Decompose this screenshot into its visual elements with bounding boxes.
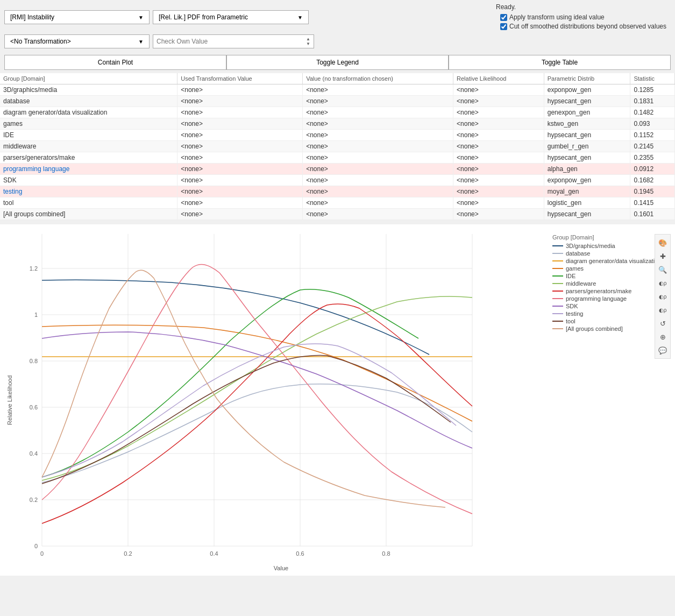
table-cell[interactable]: games	[0, 118, 177, 130]
table-header-5: Statistic	[630, 73, 675, 84]
right-toolbar: 🎨 ✚ 🔍 ◐ρ ◐ρ ◐ρ ↺ ⊕ 💬	[655, 234, 671, 359]
legend-color-swatch	[552, 275, 563, 277]
legend-item: SDK	[552, 303, 671, 309]
apply-transform-label: Apply transform using ideal value	[509, 13, 605, 21]
chart-area: Relative Likelihood	[0, 224, 675, 576]
apply-transform-checkbox[interactable]	[500, 14, 507, 21]
table-cell: 0.1415	[630, 197, 675, 209]
color-tool-button[interactable]: 🎨	[657, 237, 669, 249]
table-header-1: Used Transformation Value	[177, 73, 303, 84]
tool-rho1-button[interactable]: ◐ρ	[657, 277, 669, 289]
legend-color-swatch	[552, 328, 563, 329]
table-cell: gumbel_r_gen	[544, 141, 630, 152]
table-cell: <none>	[177, 164, 303, 175]
table-cell[interactable]: parsers/generators/make	[0, 152, 177, 164]
table-row: programming language<none><none><none>al…	[0, 164, 675, 175]
cut-off-checkbox[interactable]	[500, 23, 507, 30]
table-cell: 0.1482	[630, 107, 675, 118]
pdf-arrow: ▼	[297, 15, 303, 20]
legend-color-swatch	[552, 306, 563, 307]
table-cell: <none>	[303, 152, 453, 164]
add-tool-button[interactable]: ✚	[657, 250, 669, 262]
table-cell[interactable]: diagram generator/data visualization	[0, 107, 177, 118]
svg-text:0.8: 0.8	[30, 358, 38, 364]
table-row: database<none><none><none>hypsecant_gen0…	[0, 96, 675, 107]
table-cell: <none>	[303, 107, 453, 118]
legend-item-label: testing	[566, 310, 583, 317]
legend-item: testing	[552, 310, 671, 317]
legend-color-swatch	[552, 253, 563, 254]
tool-rho3-button[interactable]: ◐ρ	[657, 304, 669, 316]
table-cell[interactable]: SDK	[0, 175, 177, 186]
table-cell: <none>	[177, 141, 303, 152]
table-cell[interactable]: programming language	[0, 164, 177, 175]
table-header-2: Value (no transformation chosen)	[303, 73, 453, 84]
action-buttons-bar: Contain Plot Toggle Legend Toggle Table	[0, 52, 675, 73]
table-row: games<none><none><none>kstwo_gen0.093	[0, 118, 675, 130]
svg-text:0.6: 0.6	[296, 550, 304, 557]
zoom-tool-button[interactable]: 🔍	[657, 264, 669, 275]
table-cell: <none>	[453, 130, 544, 141]
legend-item-label: SDK	[566, 303, 578, 309]
table-cell[interactable]: tool	[0, 197, 177, 209]
tool-rho2-button[interactable]: ◐ρ	[657, 291, 669, 302]
table-cell: <none>	[303, 186, 453, 197]
x-axis-label: Value	[15, 565, 547, 571]
contain-plot-button[interactable]: Contain Plot	[4, 55, 226, 70]
group-link[interactable]: testing	[3, 188, 22, 195]
table-cell[interactable]: 3D/graphics/media	[0, 84, 177, 96]
pdf-label: [Rel. Lik.] PDF from Parametric	[159, 13, 248, 21]
legend-item: 3D/graphics/media	[552, 243, 671, 249]
instability-dropdown[interactable]: [RMI] Instability ▼	[4, 10, 150, 24]
svg-text:0.2: 0.2	[30, 497, 38, 503]
table-cell: <none>	[453, 96, 544, 107]
comment-tool-button[interactable]: 💬	[657, 344, 669, 356]
table-cell: <none>	[453, 186, 544, 197]
table-cell: 0.1831	[630, 96, 675, 107]
legend-item: diagram generator/data visualization	[552, 258, 671, 264]
table-cell: hypsecant_gen	[544, 209, 630, 220]
table-cell: hypsecant_gen	[544, 130, 630, 141]
no-transform-label: <No Transformation>	[10, 38, 71, 45]
table-cell[interactable]: testing	[0, 186, 177, 197]
legend-item-label: 3D/graphics/media	[566, 243, 615, 249]
table-cell: <none>	[303, 175, 453, 186]
legend-area: Group [Domain] 3D/graphics/mediadatabase…	[547, 229, 671, 571]
legend-item: parsers/generators/make	[552, 288, 671, 294]
table-cell: exponpow_gen	[544, 84, 630, 96]
refresh-tool-button[interactable]: ↺	[657, 317, 669, 329]
table-cell[interactable]: database	[0, 96, 177, 107]
table-cell: logistic_gen	[544, 197, 630, 209]
toggle-table-button[interactable]: Toggle Table	[449, 55, 671, 70]
toggle-legend-button[interactable]: Toggle Legend	[226, 55, 449, 70]
group-link[interactable]: programming language	[3, 165, 69, 173]
table-cell: <none>	[453, 152, 544, 164]
table-row: SDK<none><none><none>exponpow_gen0.1682	[0, 175, 675, 186]
table-row: parsers/generators/make<none><none><none…	[0, 152, 675, 164]
legend-item-label: database	[566, 250, 590, 257]
table-header-3: Relative Likelihood	[453, 73, 544, 84]
pdf-dropdown[interactable]: [Rel. Lik.] PDF from Parametric ▼	[153, 10, 309, 24]
table-cell: <none>	[177, 96, 303, 107]
table-row: [All groups combined]<none><none><none>h…	[0, 209, 675, 220]
legend-color-swatch	[552, 298, 563, 299]
table-cell: 0.093	[630, 118, 675, 130]
table-cell: <none>	[177, 152, 303, 164]
no-transform-dropdown[interactable]: <No Transformation> ▼	[4, 34, 150, 48]
instability-arrow: ▼	[138, 15, 144, 20]
legend-item-label: tool	[566, 318, 575, 324]
legend-item: [All groups combined]	[552, 325, 671, 332]
table-cell: <none>	[177, 84, 303, 96]
spinner[interactable]: ▲ ▼	[306, 37, 310, 46]
table-cell[interactable]: [All groups combined]	[0, 209, 177, 220]
legend-color-swatch	[552, 321, 563, 322]
circle-tool-button[interactable]: ⊕	[657, 331, 669, 343]
table-cell: <none>	[303, 84, 453, 96]
legend-item: database	[552, 250, 671, 257]
table-cell: <none>	[453, 107, 544, 118]
table-cell[interactable]: middleware	[0, 141, 177, 152]
table-cell[interactable]: IDE	[0, 130, 177, 141]
table-cell: 0.1285	[630, 84, 675, 96]
svg-text:0.8: 0.8	[382, 550, 390, 557]
check-own-value-input[interactable]	[157, 38, 296, 45]
